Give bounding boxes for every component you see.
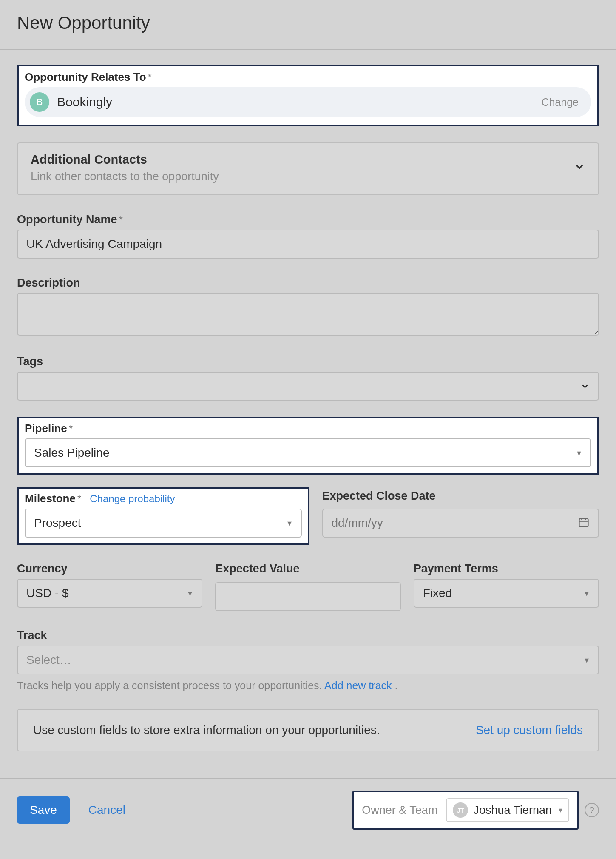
required-marker: *: [77, 493, 81, 504]
track-label: Track: [17, 629, 599, 642]
currency-label: Currency: [17, 562, 202, 575]
milestone-label: Milestone*: [25, 492, 81, 505]
opportunity-name-label-text: Opportunity Name: [17, 213, 117, 226]
add-new-track-link[interactable]: Add new track: [324, 680, 392, 691]
modal-title: New Opportunity: [17, 13, 599, 33]
tags-dropdown-button[interactable]: [571, 372, 599, 401]
calendar-icon[interactable]: [578, 516, 590, 530]
account-name: Bookingly: [57, 95, 112, 109]
expected-close-date-input[interactable]: [322, 509, 599, 538]
required-marker: *: [69, 423, 73, 434]
relates-to-section: Opportunity Relates To* B Bookingly Chan…: [17, 65, 599, 126]
relates-to-label: Opportunity Relates To*: [25, 71, 591, 84]
opportunity-name-field: Opportunity Name*: [17, 213, 599, 259]
expected-close-date-label: Expected Close Date: [322, 487, 599, 503]
opportunity-name-label: Opportunity Name*: [17, 213, 599, 226]
cancel-button[interactable]: Cancel: [88, 803, 125, 817]
custom-fields-text: Use custom fields to store extra informa…: [33, 723, 380, 737]
change-account-link[interactable]: Change: [541, 96, 579, 108]
modal-header: New Opportunity: [0, 0, 616, 50]
relates-to-label-text: Opportunity Relates To: [25, 71, 146, 83]
track-field: Track Select… ▾ Tracks help you apply a …: [17, 629, 599, 692]
currency-select[interactable]: USD - $: [17, 579, 202, 608]
payment-terms-select[interactable]: Fixed: [414, 579, 599, 608]
milestone-select[interactable]: Prospect: [25, 509, 302, 538]
track-help-period: .: [392, 680, 398, 691]
description-label: Description: [17, 276, 599, 290]
track-help-text-body: Tracks help you apply a consistent proce…: [17, 680, 324, 691]
custom-fields-box: Use custom fields to store extra informa…: [17, 709, 599, 751]
tags-field: Tags: [17, 355, 599, 401]
owner-avatar: JT: [453, 802, 468, 818]
new-opportunity-modal: New Opportunity Opportunity Relates To* …: [0, 0, 616, 847]
tags-label: Tags: [17, 355, 599, 368]
svg-rect-0: [579, 519, 588, 527]
expected-value-label: Expected Value: [215, 562, 400, 575]
track-select[interactable]: Select…: [17, 646, 599, 674]
owner-name: Joshua Tiernan: [473, 804, 552, 817]
owner-team-box: Owner & Team JT Joshua Tiernan ▾: [352, 791, 579, 830]
description-textarea[interactable]: [17, 293, 599, 336]
chevron-down-icon: [573, 160, 585, 176]
pipeline-label: Pipeline*: [25, 422, 591, 435]
save-button[interactable]: Save: [17, 796, 70, 824]
expected-close-date-field: Expected Close Date: [322, 487, 599, 538]
payment-terms-label: Payment Terms: [414, 562, 599, 575]
currency-field: Currency USD - $ ▾: [17, 562, 202, 611]
owner-team-label: Owner & Team: [362, 804, 437, 817]
caret-down-icon: ▾: [559, 805, 562, 815]
additional-contacts-subtitle: Link other contacts to the opportunity: [31, 170, 219, 183]
opportunity-name-input[interactable]: [17, 230, 599, 259]
expected-value-input[interactable]: [215, 582, 400, 611]
track-help-text: Tracks help you apply a consistent proce…: [17, 680, 599, 692]
required-marker: *: [119, 214, 123, 225]
milestone-label-text: Milestone: [25, 492, 76, 505]
pipeline-label-text: Pipeline: [25, 422, 67, 435]
milestone-section: Milestone* Change probability Prospect ▾: [17, 487, 309, 545]
payment-terms-field: Payment Terms Fixed ▾: [414, 562, 599, 611]
owner-select[interactable]: JT Joshua Tiernan ▾: [446, 798, 569, 822]
modal-footer: Save Cancel Owner & Team JT Joshua Tiern…: [0, 778, 616, 847]
change-probability-link[interactable]: Change probability: [90, 493, 175, 505]
expected-value-field: Expected Value: [215, 562, 400, 611]
tags-input[interactable]: [17, 372, 571, 401]
required-marker: *: [148, 71, 152, 83]
related-account-pill[interactable]: B Bookingly Change: [25, 87, 591, 117]
description-field: Description: [17, 276, 599, 337]
help-icon[interactable]: ?: [585, 803, 599, 817]
account-avatar: B: [30, 92, 49, 112]
additional-contacts-title: Additional Contacts: [31, 153, 219, 167]
pipeline-section: Pipeline* Sales Pipeline ▾: [17, 417, 599, 475]
pipeline-select[interactable]: Sales Pipeline: [25, 438, 591, 467]
additional-contacts-accordion[interactable]: Additional Contacts Link other contacts …: [17, 142, 599, 195]
setup-custom-fields-link[interactable]: Set up custom fields: [476, 723, 583, 737]
